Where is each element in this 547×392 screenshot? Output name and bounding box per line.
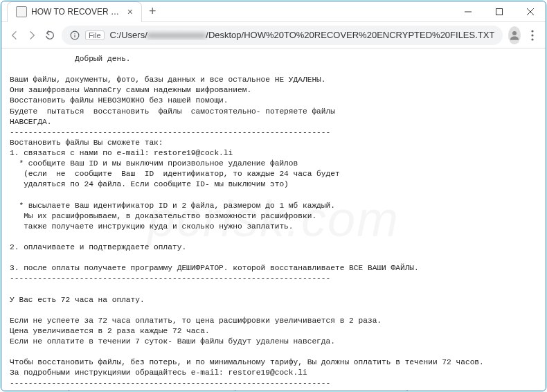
back-button[interactable] [8, 26, 21, 45]
document-text: Добрый день. Ваши файлы, документы, фото… [10, 55, 484, 391]
reload-button[interactable] [44, 26, 56, 45]
url-input[interactable]: File C:/Users/xxxxxxxxxxxxx/Desktop/HOW%… [62, 26, 503, 45]
tab-close-button[interactable]: × [126, 6, 134, 17]
maximize-button[interactable] [483, 1, 514, 22]
svg-point-9 [532, 34, 534, 36]
close-button[interactable] [514, 1, 546, 22]
url-text: C:/Users/xxxxxxxxxxxxx/Desktop/HOW%20TO%… [110, 30, 495, 40]
svg-point-10 [532, 38, 534, 40]
page-favicon [16, 6, 27, 17]
svg-point-7 [512, 31, 517, 35]
browser-tab[interactable]: HOW TO RECOVER ENCRYPTED F × [7, 1, 142, 22]
tab-title: HOW TO RECOVER ENCRYPTED F [31, 7, 122, 17]
svg-rect-1 [496, 8, 502, 15]
address-bar: File C:/Users/xxxxxxxxxxxxx/Desktop/HOW%… [1, 22, 546, 48]
new-tab-button[interactable]: + [149, 4, 156, 19]
titlebar: HOW TO RECOVER ENCRYPTED F × + [1, 1, 546, 22]
browser-window: HOW TO RECOVER ENCRYPTED F × + [1, 1, 546, 391]
page-content: Добрый день. Ваши файлы, документы, фото… [1, 48, 546, 391]
svg-point-8 [532, 30, 534, 32]
forward-button [26, 26, 39, 45]
menu-button[interactable] [526, 26, 539, 45]
minimize-button[interactable] [452, 1, 483, 22]
info-icon[interactable] [70, 30, 80, 40]
profile-avatar[interactable] [508, 26, 521, 44]
window-controls [452, 1, 546, 22]
svg-point-5 [74, 33, 75, 34]
url-scheme-badge: File [85, 30, 105, 40]
